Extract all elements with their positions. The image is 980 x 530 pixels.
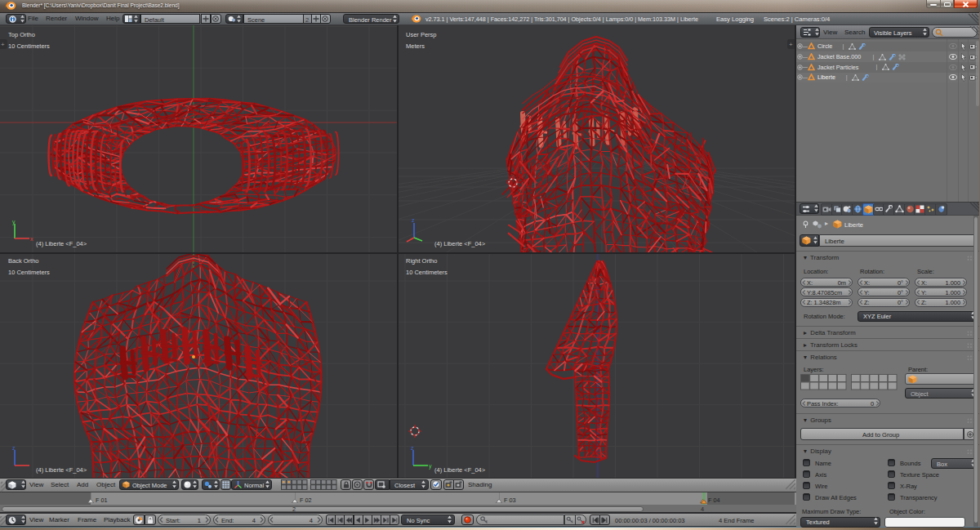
svg-text:z: z: [412, 217, 415, 223]
svg-text:z: z: [411, 445, 414, 451]
svg-text:y: y: [429, 463, 432, 470]
svg-text:z: z: [12, 445, 16, 451]
